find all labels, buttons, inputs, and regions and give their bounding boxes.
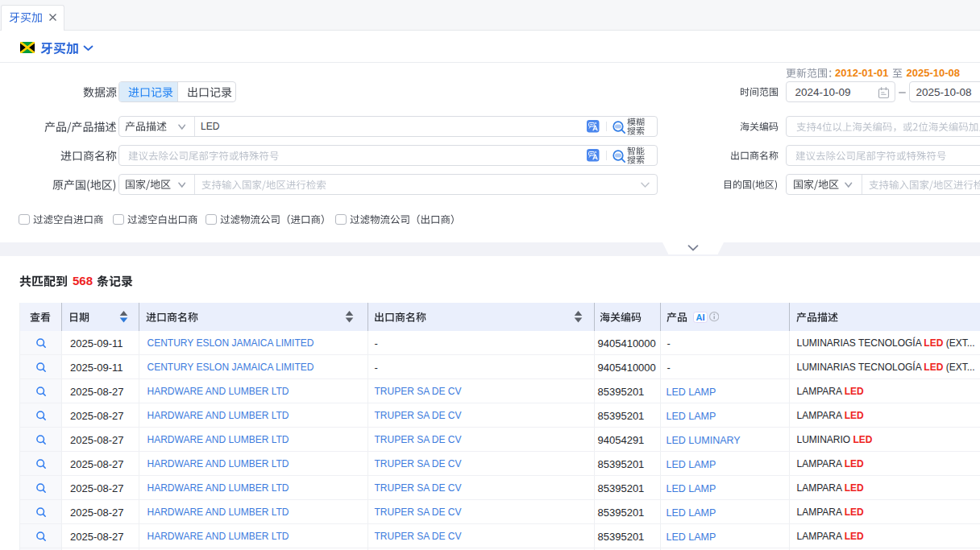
svg-text:AI: AI	[696, 312, 704, 321]
